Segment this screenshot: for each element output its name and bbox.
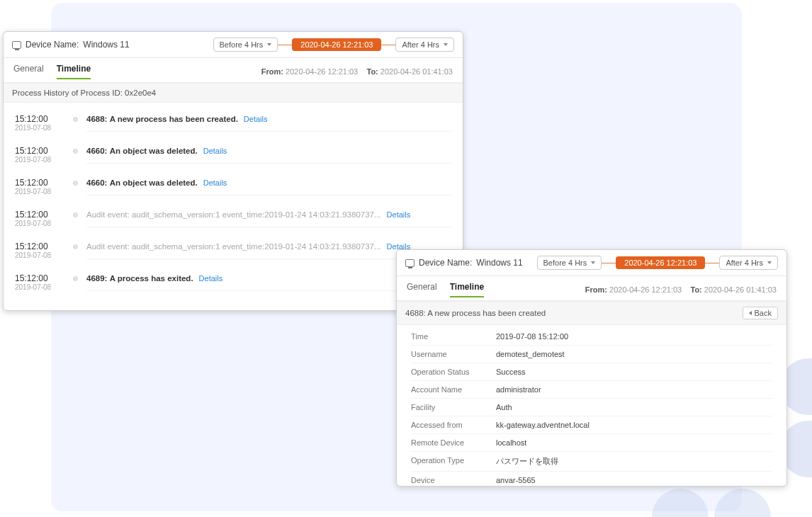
after-hours-label: After 4 Hrs — [402, 40, 439, 49]
titlebar: Device Name: Windows 11 Before 4 Hrs 202… — [4, 32, 463, 58]
details-link[interactable]: Details — [387, 210, 411, 219]
after-hours-button[interactable]: After 4 Hrs — [395, 38, 454, 52]
details-link[interactable]: Details — [244, 115, 268, 123]
event-id: 4689: — [86, 274, 107, 283]
from-label: From: — [585, 285, 607, 294]
detail-row: Account Name administrator — [411, 381, 772, 399]
center-timestamp-badge[interactable]: 2020-04-26 12:21:03 — [616, 256, 705, 269]
from-value: 2020-04-26 12:21:03 — [286, 67, 358, 76]
detail-key: Account Name — [411, 385, 496, 394]
time-range-info: From: 2020-04-26 12:21:03 To: 2020-04-26… — [261, 67, 453, 76]
to-label: To: — [366, 67, 378, 76]
detail-row: Facility Auth — [411, 399, 772, 416]
detail-key: Accessed from — [411, 421, 496, 429]
detail-key: Facility — [411, 403, 496, 411]
detail-value: Auth — [496, 403, 512, 411]
event-id: 4660: — [86, 178, 107, 187]
timeline-dot-icon — [73, 117, 78, 122]
event-time: 15:12:00 — [15, 273, 64, 283]
event-time: 15:12:00 — [15, 210, 64, 220]
details-link[interactable]: Details — [199, 274, 223, 283]
chevron-left-icon — [749, 311, 752, 315]
time-range-info: From: 2020-04-26 12:21:03 To: 2020-04-26… — [585, 285, 777, 294]
timeline-dot-icon — [73, 212, 78, 217]
process-history-header: Process History of Process ID: 0x2e0e4 — [4, 83, 463, 103]
timeline-row: 15:12:00 2019-07-08 Audit event: audit_s… — [15, 234, 451, 266]
process-timeline-window: Device Name: Windows 11 Before 4 Hrs 202… — [3, 31, 463, 311]
detail-key: Device — [411, 476, 496, 484]
titlebar: Device Name: Windows 11 Before 4 Hrs 202… — [397, 250, 786, 276]
timeline-dot-column — [73, 273, 78, 281]
event-text: 4660: An object was deleted. — [86, 146, 198, 156]
tab-timeline[interactable]: Timeline — [450, 282, 484, 297]
timeline-list: 15:12:00 2019-07-08 4688: A new process … — [4, 103, 463, 307]
detail-value: kk-gateway.adventnet.local — [496, 421, 590, 429]
detail-value: anvar-5565 — [496, 476, 536, 484]
timeline-dot-column — [73, 146, 78, 154]
timeline-dot-column — [73, 210, 78, 217]
event-text: 4689: A process has exited. — [86, 273, 193, 283]
detail-value: パスワードを取得 — [496, 456, 558, 467]
event-id: 4660: — [86, 147, 107, 155]
detail-key: Remote Device — [411, 438, 496, 447]
timeline-dot-column — [73, 178, 78, 186]
timestamp-column: 15:12:00 2019-07-08 — [15, 242, 64, 259]
device-name: Windows 11 — [83, 40, 129, 50]
device-label: Device Name: — [26, 40, 79, 50]
event-content: 4688: A new process has been created. De… — [86, 114, 451, 132]
event-date: 2019-07-08 — [15, 251, 64, 259]
to-label: To: — [690, 285, 701, 294]
event-text: Audit event: audit_schema_version:1 even… — [86, 242, 381, 251]
detail-row: Remote Device localhost — [411, 434, 772, 452]
event-date: 2019-07-08 — [15, 220, 64, 227]
tab-general[interactable]: General — [13, 64, 44, 79]
detail-key: Operation Status — [411, 368, 496, 376]
before-hours-button[interactable]: Before 4 Hrs — [537, 256, 602, 270]
timestamp-column: 15:12:00 2019-07-08 — [15, 178, 64, 195]
before-hours-label: Before 4 Hrs — [220, 40, 264, 49]
tab-timeline[interactable]: Timeline — [57, 64, 91, 79]
detail-row: Device anvar-5565 — [411, 472, 772, 487]
timeline-dot-column — [73, 114, 78, 122]
before-hours-button[interactable]: Before 4 Hrs — [213, 38, 278, 52]
timestamp-column: 15:12:00 2019-07-08 — [15, 210, 64, 227]
detail-key: Operation Type — [411, 456, 496, 467]
detail-row: Operation Status Success — [411, 363, 772, 381]
details-link[interactable]: Details — [203, 147, 227, 155]
timestamp-column: 15:12:00 2019-07-08 — [15, 114, 64, 132]
event-text: Audit event: audit_schema_version:1 even… — [86, 210, 381, 220]
detail-key: Username — [411, 350, 496, 358]
event-text: 4660: An object was deleted. — [86, 178, 198, 188]
timeline-row: 15:12:00 2019-07-08 4689: A process has … — [15, 266, 451, 298]
before-hours-label: Before 4 Hrs — [543, 258, 587, 267]
device-name: Windows 11 — [476, 258, 522, 268]
details-link[interactable]: Details — [203, 178, 227, 187]
timeline-dot-column — [73, 242, 78, 249]
time-range-controls: Before 4 Hrs 2020-04-26 12:21:03 After 4… — [537, 256, 778, 270]
event-title: Audit event: audit_schema_version:1 even… — [86, 242, 381, 251]
event-text: 4688: A new process has been created. — [86, 114, 238, 124]
timeline-row: 15:12:00 2019-07-08 4660: An object was … — [15, 139, 451, 171]
chevron-down-icon — [591, 261, 595, 264]
monitor-icon — [12, 41, 21, 49]
center-timestamp-badge[interactable]: 2020-04-26 12:21:03 — [292, 38, 381, 51]
detail-value: 2019-07-08 15:12:00 — [496, 332, 568, 341]
event-date: 2019-07-08 — [15, 283, 64, 291]
timeline-row: 15:12:00 2019-07-08 4660: An object was … — [15, 171, 451, 203]
event-title: Audit event: audit_schema_version:1 even… — [86, 210, 381, 219]
detail-key: Time — [411, 332, 496, 341]
tab-general[interactable]: General — [407, 282, 437, 297]
after-hours-button[interactable]: After 4 Hrs — [719, 256, 778, 270]
timeline-row: 15:12:00 2019-07-08 Audit event: audit_s… — [15, 203, 451, 234]
event-detail-title: 4688: A new process has been created — [405, 309, 546, 317]
after-hours-label: After 4 Hrs — [726, 258, 763, 267]
from-label: From: — [261, 67, 283, 76]
event-id: 4688: — [86, 115, 107, 123]
connector-line — [705, 263, 719, 263]
detail-row: Username demotest_demotest — [411, 346, 772, 363]
back-button[interactable]: Back — [743, 307, 778, 319]
monitor-icon — [405, 259, 415, 267]
tab-bar: General Timeline From: 2020-04-26 12:21:… — [4, 58, 463, 83]
event-title: A process has exited. — [110, 274, 193, 283]
event-date: 2019-07-08 — [15, 156, 64, 164]
